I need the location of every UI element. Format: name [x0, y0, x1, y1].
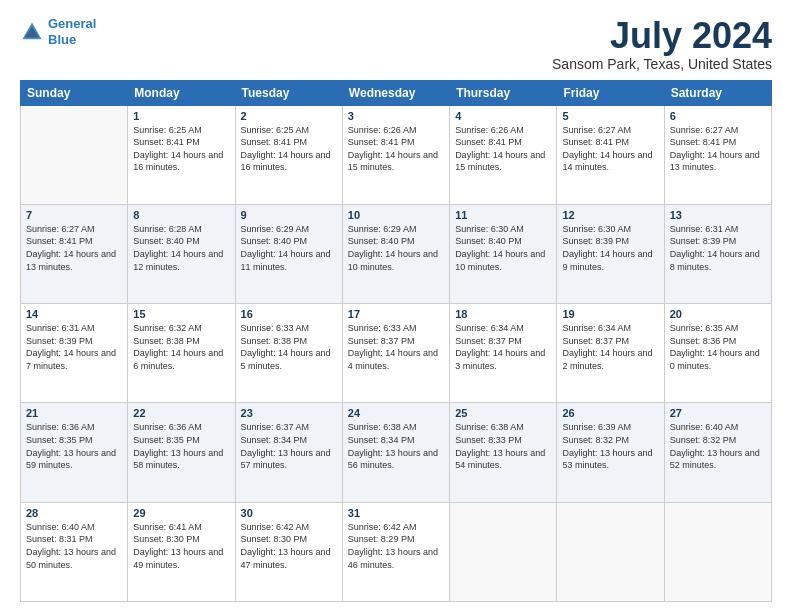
calendar-week-row: 28Sunrise: 6:40 AMSunset: 8:31 PMDayligh… [21, 502, 772, 601]
daylight-text: Daylight: 13 hours and 49 minutes. [133, 547, 223, 570]
table-row: 17Sunrise: 6:33 AMSunset: 8:37 PMDayligh… [342, 304, 449, 403]
sunrise-text: Sunrise: 6:40 AM [26, 522, 95, 532]
sunrise-text: Sunrise: 6:42 AM [241, 522, 310, 532]
calendar-table: Sunday Monday Tuesday Wednesday Thursday… [20, 80, 772, 602]
table-row: 12Sunrise: 6:30 AMSunset: 8:39 PMDayligh… [557, 204, 664, 303]
col-sunday: Sunday [21, 80, 128, 105]
sunrise-text: Sunrise: 6:33 AM [241, 323, 310, 333]
daylight-text: Daylight: 14 hours and 6 minutes. [133, 348, 223, 371]
daylight-text: Daylight: 13 hours and 58 minutes. [133, 448, 223, 471]
table-row: 21Sunrise: 6:36 AMSunset: 8:35 PMDayligh… [21, 403, 128, 502]
sunset-text: Sunset: 8:37 PM [348, 336, 415, 346]
day-number: 9 [241, 209, 337, 221]
sunrise-text: Sunrise: 6:34 AM [562, 323, 631, 333]
day-info: Sunrise: 6:38 AMSunset: 8:33 PMDaylight:… [455, 421, 551, 471]
daylight-text: Daylight: 14 hours and 2 minutes. [562, 348, 652, 371]
daylight-text: Daylight: 13 hours and 46 minutes. [348, 547, 438, 570]
day-info: Sunrise: 6:36 AMSunset: 8:35 PMDaylight:… [133, 421, 229, 471]
day-info: Sunrise: 6:31 AMSunset: 8:39 PMDaylight:… [26, 322, 122, 372]
day-info: Sunrise: 6:41 AMSunset: 8:30 PMDaylight:… [133, 521, 229, 571]
sunset-text: Sunset: 8:41 PM [133, 137, 200, 147]
col-friday: Friday [557, 80, 664, 105]
daylight-text: Daylight: 14 hours and 8 minutes. [670, 249, 760, 272]
header: General Blue July 2024 Sansom Park, Texa… [20, 16, 772, 72]
sunset-text: Sunset: 8:37 PM [455, 336, 522, 346]
daylight-text: Daylight: 14 hours and 0 minutes. [670, 348, 760, 371]
table-row: 20Sunrise: 6:35 AMSunset: 8:36 PMDayligh… [664, 304, 771, 403]
sunrise-text: Sunrise: 6:29 AM [241, 224, 310, 234]
day-info: Sunrise: 6:26 AMSunset: 8:41 PMDaylight:… [455, 124, 551, 174]
sunrise-text: Sunrise: 6:36 AM [133, 422, 202, 432]
day-info: Sunrise: 6:42 AMSunset: 8:30 PMDaylight:… [241, 521, 337, 571]
table-row: 22Sunrise: 6:36 AMSunset: 8:35 PMDayligh… [128, 403, 235, 502]
daylight-text: Daylight: 14 hours and 12 minutes. [133, 249, 223, 272]
sunset-text: Sunset: 8:31 PM [26, 534, 93, 544]
col-thursday: Thursday [450, 80, 557, 105]
table-row: 25Sunrise: 6:38 AMSunset: 8:33 PMDayligh… [450, 403, 557, 502]
sunrise-text: Sunrise: 6:41 AM [133, 522, 202, 532]
daylight-text: Daylight: 14 hours and 10 minutes. [455, 249, 545, 272]
calendar-week-row: 21Sunrise: 6:36 AMSunset: 8:35 PMDayligh… [21, 403, 772, 502]
table-row: 6Sunrise: 6:27 AMSunset: 8:41 PMDaylight… [664, 105, 771, 204]
sunset-text: Sunset: 8:29 PM [348, 534, 415, 544]
logo-icon [20, 20, 44, 44]
sunset-text: Sunset: 8:41 PM [241, 137, 308, 147]
calendar-week-row: 14Sunrise: 6:31 AMSunset: 8:39 PMDayligh… [21, 304, 772, 403]
table-row: 4Sunrise: 6:26 AMSunset: 8:41 PMDaylight… [450, 105, 557, 204]
sunrise-text: Sunrise: 6:31 AM [670, 224, 739, 234]
day-info: Sunrise: 6:25 AMSunset: 8:41 PMDaylight:… [241, 124, 337, 174]
day-number: 11 [455, 209, 551, 221]
sunset-text: Sunset: 8:39 PM [26, 336, 93, 346]
table-row: 13Sunrise: 6:31 AMSunset: 8:39 PMDayligh… [664, 204, 771, 303]
day-number: 19 [562, 308, 658, 320]
table-row: 1Sunrise: 6:25 AMSunset: 8:41 PMDaylight… [128, 105, 235, 204]
sunset-text: Sunset: 8:41 PM [348, 137, 415, 147]
col-saturday: Saturday [664, 80, 771, 105]
daylight-text: Daylight: 13 hours and 54 minutes. [455, 448, 545, 471]
sunset-text: Sunset: 8:38 PM [241, 336, 308, 346]
day-number: 3 [348, 110, 444, 122]
day-number: 16 [241, 308, 337, 320]
sunrise-text: Sunrise: 6:32 AM [133, 323, 202, 333]
day-number: 14 [26, 308, 122, 320]
daylight-text: Daylight: 13 hours and 57 minutes. [241, 448, 331, 471]
day-number: 5 [562, 110, 658, 122]
day-number: 22 [133, 407, 229, 419]
day-info: Sunrise: 6:30 AMSunset: 8:39 PMDaylight:… [562, 223, 658, 273]
table-row: 2Sunrise: 6:25 AMSunset: 8:41 PMDaylight… [235, 105, 342, 204]
main-title: July 2024 [552, 16, 772, 56]
day-number: 8 [133, 209, 229, 221]
daylight-text: Daylight: 14 hours and 16 minutes. [133, 150, 223, 173]
logo: General Blue [20, 16, 96, 47]
day-number: 21 [26, 407, 122, 419]
sunset-text: Sunset: 8:37 PM [562, 336, 629, 346]
day-info: Sunrise: 6:40 AMSunset: 8:32 PMDaylight:… [670, 421, 766, 471]
table-row [664, 502, 771, 601]
sunrise-text: Sunrise: 6:37 AM [241, 422, 310, 432]
sunset-text: Sunset: 8:30 PM [133, 534, 200, 544]
day-info: Sunrise: 6:28 AMSunset: 8:40 PMDaylight:… [133, 223, 229, 273]
daylight-text: Daylight: 14 hours and 14 minutes. [562, 150, 652, 173]
day-info: Sunrise: 6:34 AMSunset: 8:37 PMDaylight:… [562, 322, 658, 372]
table-row [450, 502, 557, 601]
sunrise-text: Sunrise: 6:36 AM [26, 422, 95, 432]
day-number: 6 [670, 110, 766, 122]
calendar-week-row: 1Sunrise: 6:25 AMSunset: 8:41 PMDaylight… [21, 105, 772, 204]
table-row: 26Sunrise: 6:39 AMSunset: 8:32 PMDayligh… [557, 403, 664, 502]
sunrise-text: Sunrise: 6:30 AM [562, 224, 631, 234]
page: General Blue July 2024 Sansom Park, Texa… [0, 0, 792, 612]
day-info: Sunrise: 6:29 AMSunset: 8:40 PMDaylight:… [348, 223, 444, 273]
sunrise-text: Sunrise: 6:34 AM [455, 323, 524, 333]
sunset-text: Sunset: 8:40 PM [133, 236, 200, 246]
sunset-text: Sunset: 8:35 PM [26, 435, 93, 445]
sunset-text: Sunset: 8:33 PM [455, 435, 522, 445]
day-number: 29 [133, 507, 229, 519]
day-info: Sunrise: 6:40 AMSunset: 8:31 PMDaylight:… [26, 521, 122, 571]
sunset-text: Sunset: 8:40 PM [455, 236, 522, 246]
table-row: 19Sunrise: 6:34 AMSunset: 8:37 PMDayligh… [557, 304, 664, 403]
daylight-text: Daylight: 14 hours and 16 minutes. [241, 150, 331, 173]
sunset-text: Sunset: 8:41 PM [562, 137, 629, 147]
day-info: Sunrise: 6:27 AMSunset: 8:41 PMDaylight:… [562, 124, 658, 174]
sunrise-text: Sunrise: 6:28 AM [133, 224, 202, 234]
sunrise-text: Sunrise: 6:27 AM [26, 224, 95, 234]
